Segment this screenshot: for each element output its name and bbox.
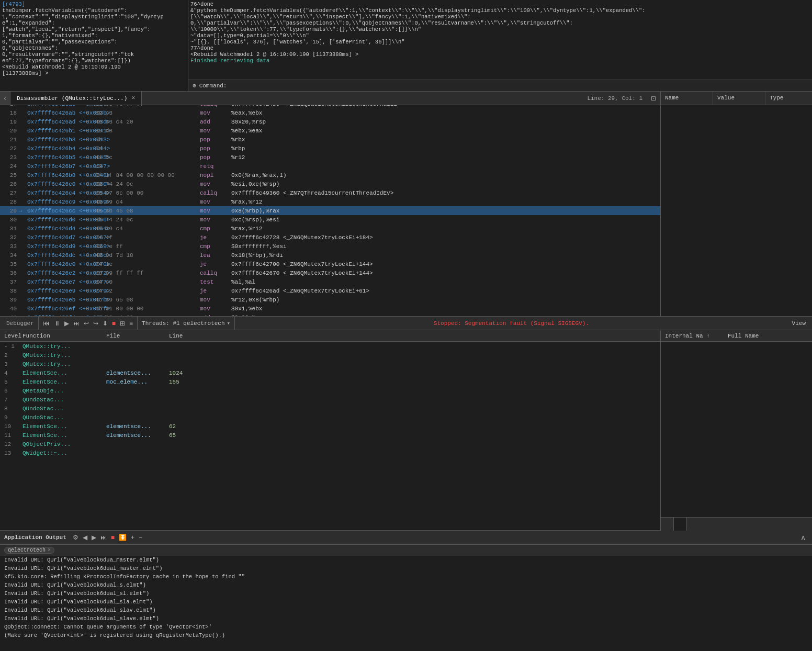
expand-button[interactable]: ⊡ bbox=[649, 94, 658, 103]
debugger-icon-7[interactable]: ⬇ bbox=[100, 319, 110, 328]
stack-level: - 1 bbox=[4, 343, 22, 350]
disasm-line[interactable]: 19 0x7ffff6c426ad <+0x003d> 48 83 c4 20 … bbox=[0, 117, 660, 126]
stack-row[interactable]: 5 ElementSce... moc_eleme... 155 bbox=[0, 377, 660, 386]
disasm-line[interactable]: 38 0x7ffff6c426e9 <+0x0079> 74 c2 je 0x7… bbox=[0, 286, 660, 295]
output-collapse-btn[interactable]: ∧ bbox=[798, 533, 808, 542]
bottom-pane: Level Function File Line - 1 QMutex::try… bbox=[0, 330, 812, 531]
tab-disassembler-label: Disassembler (QMutex::tryLoc...) bbox=[17, 95, 127, 102]
stack-row[interactable]: 13 QWidget::~... bbox=[0, 448, 660, 457]
output-content[interactable]: Invalid URL: QUrl("valveblock6dua_master… bbox=[0, 556, 812, 651]
output-btn-2[interactable]: ▶ bbox=[89, 533, 98, 542]
hex-bytes: 41 5c bbox=[95, 154, 200, 161]
output-settings-icon[interactable]: ⚙ bbox=[71, 533, 81, 542]
operands: $0x20,%rsp bbox=[231, 119, 658, 125]
disasm-line[interactable]: 22 0x7ffff6c426b4 <+0x0044> 5d pop %rbp bbox=[0, 144, 660, 153]
stack-row[interactable]: 6 QMetaObje... bbox=[0, 386, 660, 395]
output-line: Invalid URL: QUrl("valveblock6dual_s.elm… bbox=[4, 582, 808, 590]
output-minus-btn[interactable]: − bbox=[137, 533, 144, 542]
disasm-line[interactable]: 34 0x7ffff6c426dc <+0x006c> 48 8d 7d 18 … bbox=[0, 251, 660, 260]
stack-row[interactable]: - 1 QMutex::try... bbox=[0, 342, 660, 351]
view-button[interactable]: View bbox=[788, 320, 810, 327]
hex-bytes: e8 05 fe ff ff bbox=[95, 105, 200, 107]
left-output: [r4793] theDumper.fetchVariables({"autod… bbox=[0, 0, 188, 91]
disasm-line[interactable]: 23 0x7ffff6c426b5 <+0x0045> 41 5c pop %r… bbox=[0, 153, 660, 162]
disasm-line[interactable]: 20 0x7ffff6c426b1 <+0x0041> 89 d8 mov %e… bbox=[0, 126, 660, 135]
debugger-icon-8[interactable]: ⊞ bbox=[118, 319, 127, 328]
debugger-icon-9[interactable]: ≡ bbox=[127, 319, 135, 328]
hex-bytes: 89 d8 bbox=[95, 128, 200, 134]
disasm-line[interactable]: 36 0x7ffff6c426e2 <+0x0072> e8 89 ff ff … bbox=[0, 268, 660, 277]
stack-content[interactable]: - 1 QMutex::try... 2 QMutex::try... 3 QM… bbox=[0, 342, 660, 530]
process-name: qelectrotech bbox=[8, 547, 46, 553]
output-stop-btn[interactable]: ■ bbox=[109, 533, 117, 542]
output-btn-1[interactable]: ◀ bbox=[81, 533, 89, 542]
tab-back-button[interactable]: ‹ bbox=[0, 92, 10, 105]
output-btn-4[interactable]: ⏬ bbox=[117, 533, 129, 542]
disasm-line[interactable]: 41 0x7ffff6c426f4 <+0x0084> 48 83 c4 20 … bbox=[0, 313, 660, 316]
right-output-line: 77^done bbox=[190, 45, 810, 51]
stack-row[interactable]: 11 ElementSce... elementsce... 65 bbox=[0, 431, 660, 440]
stack-row[interactable]: 12 QObjectPriv... bbox=[0, 440, 660, 448]
disasm-lines[interactable]: 13 0x7ffff6c42699 <+0x0029> 48 8b 6c 24 … bbox=[0, 105, 660, 316]
mnemonic: je bbox=[200, 234, 231, 241]
mnemonic: mov bbox=[200, 306, 231, 312]
debugger-icon-4[interactable]: ⏭ bbox=[71, 319, 82, 328]
internal-name-col: Internal Na ↑ bbox=[665, 333, 728, 339]
disasm-line[interactable]: 30 0x7ffff6c426d0 <+0x0060> 8b 74 24 0c … bbox=[0, 215, 660, 224]
disasm-line[interactable]: 29 → 0x7ffff6c426cc <+0x005c> 48 8b 45 0… bbox=[0, 206, 660, 215]
stack-file-header: File bbox=[106, 333, 169, 339]
disasm-line[interactable]: 31 0x7ffff6c426d4 <+0x0064> 49 39 c4 cmp… bbox=[0, 224, 660, 233]
disasm-line[interactable]: 25 0x7ffff6c426b8 <+0x0048> 0f 1f 84 00 … bbox=[0, 171, 660, 179]
stack-row[interactable]: 8 QUndoStac... bbox=[0, 404, 660, 413]
stack-row[interactable]: 9 QUndoStac... bbox=[0, 413, 660, 422]
stack-row[interactable]: 2 QMutex::try... bbox=[0, 351, 660, 360]
locals-panel: Internal Na ↑ Full Name bbox=[660, 330, 812, 530]
debugger-icon-6[interactable]: ↪ bbox=[91, 319, 100, 328]
line-number: 17 bbox=[2, 105, 17, 107]
left-output-line: 0,"qobjectnames": bbox=[2, 45, 186, 51]
disasm-line[interactable]: 24 0x7ffff6c426b7 <+0x0047> c3 retq bbox=[0, 162, 660, 171]
disasm-line[interactable]: 21 0x7ffff6c426b3 <+0x0043> 5b pop %rbx bbox=[0, 135, 660, 144]
mnemonic: mov bbox=[200, 208, 231, 214]
disasm-line[interactable]: 33 0x7ffff6c426d9 <+0x0069> 83 fe ff cmp… bbox=[0, 242, 660, 251]
thread-select[interactable]: Threads: #1 qelectrotech ▾ bbox=[138, 317, 235, 330]
stack-row[interactable]: 3 QMutex::try... bbox=[0, 360, 660, 368]
stack-function: QMutex::try... bbox=[22, 352, 106, 358]
hex-bytes: 5b bbox=[95, 137, 200, 143]
line-number: 23 bbox=[2, 154, 17, 161]
output-btn-3[interactable]: ⏭ bbox=[98, 533, 109, 542]
right-output-line: 76^done bbox=[190, 1, 810, 7]
disasm-line[interactable]: 18 0x7ffff6c426ab <+0x003b> 89 c3 mov %e… bbox=[0, 108, 660, 117]
stack-row[interactable]: 10 ElementSce... elementsce... 62 bbox=[0, 422, 660, 431]
debugger-icon-5[interactable]: ↩ bbox=[82, 319, 91, 328]
tab-close-button[interactable]: × bbox=[131, 95, 135, 102]
line-number: 39 bbox=[2, 297, 17, 303]
debugger-icon-3[interactable]: ▶ bbox=[62, 319, 71, 328]
stack-level: 3 bbox=[4, 361, 22, 367]
process-close-icon[interactable]: × bbox=[48, 547, 51, 553]
disasm-line[interactable]: 35 0x7ffff6c426e0 <+0x0070> 74 1e je 0x7… bbox=[0, 260, 660, 268]
stack-row[interactable]: 4 ElementSce... elementsce... 1024 bbox=[0, 368, 660, 377]
disasm-line[interactable]: 26 0x7ffff6c426c0 <+0x0050> 89 74 24 0c … bbox=[0, 179, 660, 188]
tab-disassembler[interactable]: Disassembler (QMutex::tryLoc...) × bbox=[10, 92, 142, 105]
output-plus-btn[interactable]: + bbox=[129, 533, 137, 542]
breakpoints-tab[interactable] bbox=[661, 518, 674, 531]
source-files-tab[interactable] bbox=[674, 518, 687, 531]
output-line: Invalid URL: QUrl("valveblock6dual_sla.e… bbox=[4, 599, 808, 607]
disasm-line[interactable]: 27 0x7ffff6c426c4 <+0x0054> e8 97 6c 00 … bbox=[0, 188, 660, 197]
stack-panel: Level Function File Line - 1 QMutex::try… bbox=[0, 330, 660, 530]
line-number: 25 bbox=[2, 172, 17, 178]
output-line: Invalid URL: QUrl("valveblock6dual_sl.el… bbox=[4, 590, 808, 599]
left-output-line: ["watch","local","return","inspect"],"fa… bbox=[2, 26, 186, 32]
disasm-line[interactable]: 40 0x7ffff6c426ef <+0x007f> bb 01 00 00 … bbox=[0, 304, 660, 313]
stack-row[interactable]: 7 QUndoStac... bbox=[0, 395, 660, 404]
debugger-stop[interactable]: ■ bbox=[110, 319, 118, 328]
address: 0x7ffff6c426b1 <+0x0041> bbox=[27, 128, 95, 134]
stack-level: 4 bbox=[4, 370, 22, 376]
debugger-icon-2[interactable]: ⏸ bbox=[52, 319, 62, 328]
debugger-icon-1[interactable]: ⏮ bbox=[41, 318, 52, 328]
disasm-line[interactable]: 28 0x7ffff6c426c9 <+0x0059> 49 89 c4 mov… bbox=[0, 197, 660, 206]
disasm-line[interactable]: 37 0x7ffff6c426e7 <+0x0077> 84 c0 test %… bbox=[0, 277, 660, 286]
disasm-line[interactable]: 32 0x7ffff6c426d7 <+0x0067> 74 4f je 0x7… bbox=[0, 233, 660, 242]
disasm-line[interactable]: 39 0x7ffff6c426eb <+0x007b> 4c 89 65 08 … bbox=[0, 295, 660, 304]
